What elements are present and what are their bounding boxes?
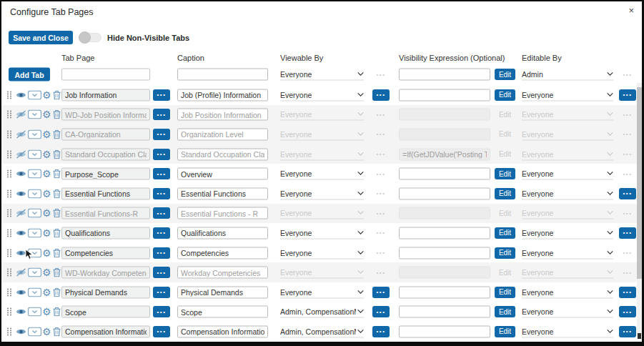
new-viewable-by-dropdown[interactable]: Everyone (280, 69, 364, 81)
caption-input[interactable] (177, 168, 268, 180)
visibility-eye-icon[interactable] (16, 209, 26, 217)
drag-handle-icon[interactable] (6, 268, 12, 277)
editable-by-more-button[interactable]: ••• (619, 287, 636, 298)
tab-page-more-button[interactable]: ••• (153, 168, 170, 179)
viewable-by-more-button[interactable]: ••• (372, 109, 390, 120)
edit-expression-button[interactable]: Edit (495, 306, 515, 317)
visibility-expression-input[interactable] (399, 306, 490, 318)
tab-type-dropdown-icon[interactable] (28, 307, 41, 317)
edit-expression-button[interactable]: Edit (495, 89, 515, 101)
visibility-eye-icon[interactable] (16, 110, 26, 119)
editable-by-dropdown[interactable]: Everyone (522, 187, 613, 199)
visibility-expression-input[interactable] (399, 227, 490, 239)
tab-type-dropdown-icon[interactable] (28, 149, 41, 159)
editable-by-dropdown[interactable]: Everyone (522, 89, 613, 101)
drag-handle-icon[interactable] (6, 130, 12, 139)
drag-handle-icon[interactable] (6, 288, 12, 297)
viewable-by-more-button[interactable]: ••• (372, 227, 390, 239)
delete-trash-icon[interactable] (53, 307, 61, 317)
viewable-by-more-button[interactable]: ••• (372, 207, 390, 219)
drag-handle-icon[interactable] (6, 307, 12, 316)
new-tab-page-input[interactable] (61, 69, 150, 81)
editable-by-more-button[interactable]: ••• (619, 188, 636, 199)
caption-input[interactable] (177, 325, 268, 337)
visibility-expression-input[interactable] (399, 286, 490, 298)
drag-handle-icon[interactable] (6, 209, 12, 217)
visibility-expression-input[interactable] (399, 267, 490, 279)
editable-by-more-button[interactable]: ••• (619, 267, 636, 278)
visibility-eye-icon[interactable] (16, 288, 26, 296)
caption-input[interactable] (177, 187, 268, 199)
visibility-eye-icon[interactable] (16, 229, 26, 237)
caption-input[interactable] (177, 267, 268, 279)
drag-handle-icon[interactable] (6, 150, 12, 159)
tab-page-input[interactable] (61, 227, 150, 239)
tab-page-more-button[interactable]: ••• (153, 227, 170, 239)
viewable-by-more-button[interactable]: ••• (372, 306, 390, 317)
tab-page-more-button[interactable]: ••• (153, 188, 170, 199)
caption-input[interactable] (177, 306, 268, 318)
viewable-by-more-button[interactable]: ••• (372, 89, 390, 101)
caption-input[interactable] (177, 227, 268, 239)
close-icon[interactable]: × (628, 5, 634, 16)
editable-by-more-button[interactable]: ••• (619, 326, 636, 337)
caption-input[interactable] (177, 286, 268, 298)
tab-page-input[interactable] (61, 247, 150, 259)
tab-page-input[interactable] (61, 267, 150, 279)
tab-page-input[interactable] (61, 128, 150, 140)
settings-gear-icon[interactable]: ⚙ (42, 189, 51, 199)
viewable-by-dropdown[interactable]: Admin, CompensationManage (280, 306, 364, 318)
viewable-by-dropdown[interactable]: Everyone (280, 207, 364, 219)
visibility-expression-input[interactable] (399, 187, 490, 199)
editable-by-more-button[interactable]: ••• (619, 207, 636, 219)
tab-page-input[interactable] (61, 187, 150, 199)
tab-type-dropdown-icon[interactable] (28, 268, 41, 277)
visibility-eye-icon[interactable] (16, 327, 26, 335)
settings-gear-icon[interactable]: ⚙ (42, 307, 51, 317)
viewable-by-more-button[interactable]: ••• (372, 326, 390, 337)
delete-trash-icon[interactable] (53, 129, 61, 139)
editable-by-more-button[interactable]: ••• (619, 227, 636, 239)
editable-by-dropdown[interactable]: Everyone (522, 207, 613, 219)
edit-expression-button[interactable]: Edit (495, 207, 515, 219)
visibility-eye-icon[interactable] (16, 268, 26, 277)
delete-trash-icon[interactable] (53, 149, 61, 159)
tab-page-input[interactable] (61, 89, 150, 101)
viewable-by-more-button[interactable]: ••• (372, 188, 390, 199)
visibility-eye-icon[interactable] (16, 91, 26, 99)
drag-handle-icon[interactable] (6, 327, 12, 336)
visibility-expression-input[interactable] (399, 109, 490, 121)
editable-by-dropdown[interactable]: Everyone (522, 168, 613, 180)
tab-type-dropdown-icon[interactable] (28, 248, 41, 257)
tab-page-input[interactable] (61, 306, 150, 318)
viewable-by-more-button[interactable]: ••• (372, 168, 390, 179)
drag-handle-icon[interactable] (6, 189, 12, 198)
editable-by-more-button[interactable]: ••• (619, 109, 636, 120)
visibility-eye-icon[interactable] (16, 249, 26, 257)
editable-by-more-button[interactable]: ••• (619, 168, 636, 179)
viewable-by-more-button[interactable]: ••• (372, 149, 390, 160)
add-tab-button[interactable]: Add Tab (9, 68, 50, 81)
viewable-by-dropdown[interactable]: Everyone (280, 267, 364, 279)
delete-trash-icon[interactable] (53, 169, 61, 179)
visibility-expression-input[interactable] (399, 207, 490, 219)
tab-page-input[interactable] (61, 286, 150, 298)
settings-gear-icon[interactable]: ⚙ (42, 129, 51, 139)
tab-type-dropdown-icon[interactable] (28, 209, 41, 218)
viewable-by-more-button[interactable]: ••• (372, 287, 390, 298)
viewable-by-more-button[interactable]: ••• (372, 247, 390, 259)
editable-by-dropdown[interactable]: Everyone (522, 267, 613, 279)
edit-expression-button[interactable]: Edit (495, 247, 515, 259)
caption-input[interactable] (177, 128, 268, 140)
editable-by-dropdown[interactable]: Everyone (522, 128, 613, 140)
tab-page-more-button[interactable]: ••• (153, 109, 170, 120)
scrollbar-thumb[interactable] (637, 87, 642, 279)
tab-page-more-button[interactable]: ••• (153, 207, 170, 219)
tab-page-input[interactable] (61, 325, 150, 337)
drag-handle-icon[interactable] (6, 249, 12, 257)
settings-gear-icon[interactable]: ⚙ (42, 109, 51, 119)
tab-type-dropdown-icon[interactable] (28, 110, 41, 119)
editable-by-dropdown[interactable]: Everyone (522, 325, 613, 337)
editable-by-dropdown[interactable]: Everyone (522, 247, 613, 259)
caption-input[interactable] (177, 89, 268, 101)
